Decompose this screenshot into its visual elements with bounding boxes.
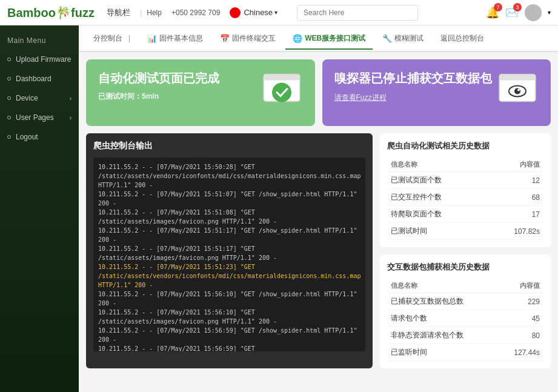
packet-stats-table: 信息名称 内容值 已捕获交互数据包总数229请求包个数45非静态资源请求包个数8…: [387, 279, 543, 361]
crawler-stats-title: 爬虫自动化测试相关历史数据: [387, 141, 543, 151]
table-row: 请求包个数45: [387, 310, 543, 327]
log-line: 10.211.55.2 - - [07/May/2021 15:56:10] "…: [98, 290, 360, 308]
tab-label: 返回总控制台: [440, 33, 484, 44]
stat-label: 已测试页面个数: [387, 172, 487, 189]
stat-label: 待爬取页面个数: [387, 206, 487, 223]
table-row: 已监听时间127.44s: [387, 344, 543, 361]
stat-value: 68: [487, 189, 543, 206]
stat-label: 请求包个数: [387, 310, 497, 327]
chevron-down-icon: ▾: [274, 9, 277, 16]
header: Bamboo🎋fuzz 导航栏 | Help +050 2992 709 Chi…: [0, 0, 558, 25]
dot-icon: [7, 77, 11, 81]
tab-label: 固件基本信息: [159, 33, 203, 44]
svg-point-2: [272, 83, 291, 102]
language-selector[interactable]: Chinese ▾: [230, 7, 277, 18]
packet-stats-panel: 交互数据包捕获相关历史数据 信息名称 内容值 已捕获交互数据包总数229请求包个…: [380, 254, 551, 368]
search-box: [297, 5, 476, 21]
card-test-complete: 自动化测试页面已完成 已测试时间：5min: [86, 59, 315, 126]
packet-col2-header: 内容值: [498, 279, 543, 293]
table-row: 已交互控件个数68: [387, 189, 543, 206]
crawler-col2-header: 内容值: [487, 158, 543, 172]
svg-rect-1: [264, 75, 300, 81]
stat-value: 229: [498, 293, 543, 310]
help-label: Help: [147, 8, 162, 17]
table-row: 非静态资源请求包个数80: [387, 327, 543, 344]
tab-label: 分控制台: [93, 33, 122, 44]
help-phone: +050 2992 709: [171, 8, 220, 17]
sidebar-label-upload: Upload Firmware: [16, 55, 71, 64]
sidebar-label-userpages: User Pages: [16, 113, 54, 122]
log-line: 10.211.55.2 - - [07/May/2021 15:56:59] "…: [98, 344, 360, 351]
avatar[interactable]: [525, 4, 542, 21]
stat-value: 80: [498, 327, 543, 344]
log-line: 10.211.55.2 - - [07/May/2021 15:51:08] "…: [98, 208, 360, 226]
tab-web-service[interactable]: 🌐 WEB服务接口测试: [285, 28, 373, 50]
tab-firmware-info[interactable]: 📊 固件基本信息: [140, 28, 210, 50]
lang-label: Chinese: [244, 8, 273, 17]
sidebar: Main Menu Upload Firmware Dashboard Devi…: [0, 25, 79, 392]
sidebar-item-user-pages[interactable]: User Pages ›: [0, 108, 79, 127]
console-body[interactable]: 10.211.55.2 - - [07/May/2021 15:50:28] "…: [93, 158, 365, 351]
chevron-down-icon-avatar: ▾: [548, 9, 551, 16]
sidebar-label-device: Device: [16, 94, 38, 102]
bottom-row: 爬虫控制台输出 10.211.55.2 - - [07/May/2021 15:…: [86, 133, 551, 368]
table-row: 待爬取页面个数17: [387, 206, 543, 223]
log-line: 10.211.55.2 - - [07/May/2021 15:51:07] "…: [98, 190, 360, 208]
dot-icon: [7, 96, 11, 100]
dot-icon: [7, 135, 11, 139]
check-icon: [261, 71, 303, 115]
fuzz-progress-link[interactable]: 请查看Fuzz进程: [334, 93, 387, 102]
notification-bell[interactable]: 🔔 7: [486, 6, 499, 19]
table-row: 已测试时间107.82s: [387, 223, 543, 240]
notification-count: 7: [494, 3, 502, 12]
sidebar-item-upload-firmware[interactable]: Upload Firmware: [0, 50, 79, 69]
mail-icon-wrapper[interactable]: ✉️ 3: [505, 6, 519, 19]
stat-value: 107.82s: [487, 223, 543, 240]
dot-icon: [7, 116, 11, 119]
content-area: 自动化测试页面已完成 已测试时间：5min: [79, 52, 558, 392]
log-line: 10.211.55.2 - - [07/May/2021 15:51:17] "…: [98, 226, 360, 244]
log-line: 10.211.55.2 - - [07/May/2021 15:50:28] "…: [98, 162, 360, 190]
tab-return-main[interactable]: 返回总控制台: [433, 28, 491, 50]
stat-label: 已交互控件个数: [387, 189, 487, 206]
flag-icon: [230, 7, 241, 18]
subtitle-label: 已测试时间：: [98, 92, 142, 101]
globe-icon: 🌐: [293, 34, 302, 43]
subtitle-value: 5min: [142, 92, 159, 101]
sidebar-item-dashboard[interactable]: Dashboard: [0, 69, 79, 88]
table-row: 已测试页面个数12: [387, 172, 543, 189]
stat-label: 已捕获交互数据包总数: [387, 293, 497, 310]
card-sniffer-stopped: 嗅探器已停止捕获交互数据包 请查看Fuzz进程: [322, 59, 551, 126]
cards-row: 自动化测试页面已完成 已测试时间：5min: [86, 59, 551, 126]
table-row: 已捕获交互数据包总数229: [387, 293, 543, 310]
crawler-col1-header: 信息名称: [387, 158, 487, 172]
log-line: 10.211.55.2 - - [07/May/2021 15:51:17] "…: [98, 244, 360, 262]
svg-rect-4: [499, 75, 536, 81]
stats-col: 爬虫自动化测试相关历史数据 信息名称 内容值 已测试页面个数12已交互控件个数6…: [380, 133, 551, 368]
console-title: 爬虫控制台输出: [93, 141, 365, 151]
sidebar-label-dashboard: Dashboard: [16, 75, 51, 83]
stat-label: 已测试时间: [387, 223, 487, 240]
stat-label: 非静态资源请求包个数: [387, 327, 497, 344]
header-icons: 🔔 7 ✉️ 3 ▾: [486, 4, 551, 21]
tab-firmware-terminal[interactable]: 📅 固件终端交互: [213, 28, 283, 50]
packet-col1-header: 信息名称: [387, 279, 497, 293]
tab-fuzz-test[interactable]: 🔧 模糊测试: [375, 28, 431, 50]
arrow-icon: ›: [70, 115, 71, 121]
tab-label: WEB服务接口测试: [305, 33, 365, 44]
console-panel: 爬虫控制台输出 10.211.55.2 - - [07/May/2021 15:…: [86, 133, 373, 368]
tab-label: 固件终端交互: [232, 33, 276, 44]
logo: Bamboo🎋fuzz: [7, 5, 95, 20]
stat-label: 已监听时间: [387, 344, 497, 361]
crawler-stats-table: 信息名称 内容值 已测试页面个数12已交互控件个数68待爬取页面个数17已测试时…: [387, 158, 543, 240]
search-input[interactable]: [297, 5, 418, 21]
arrow-icon: ›: [70, 95, 71, 102]
sidebar-item-device[interactable]: Device ›: [0, 88, 79, 108]
nav-link[interactable]: 导航栏: [107, 7, 130, 18]
sidebar-title: Main Menu: [0, 32, 79, 50]
main-layout: Main Menu Upload Firmware Dashboard Devi…: [0, 25, 558, 392]
sidebar-item-logout[interactable]: Logout: [0, 127, 79, 147]
tab-label: 模糊测试: [394, 33, 423, 44]
tab-sub-console[interactable]: 分控制台 |: [86, 28, 138, 50]
stat-value: 45: [498, 310, 543, 327]
